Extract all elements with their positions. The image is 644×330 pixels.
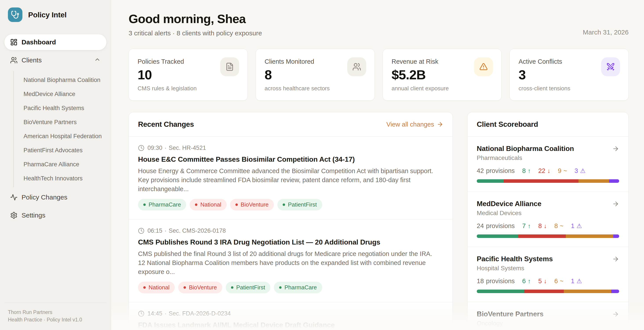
tag-label: PharmaCare	[148, 201, 181, 208]
tilde-icon: ~	[560, 223, 563, 230]
recent-changes-panel: Recent Changes View all changes 09:30 · …	[128, 112, 453, 330]
tag-dot	[231, 286, 234, 289]
change-item[interactable]: 09:30 · Sec. HR-4521 House E&C Committee…	[129, 137, 452, 220]
sidebar-item-clients[interactable]: Clients	[4, 52, 106, 68]
tag-label: BioVenture	[241, 201, 268, 208]
sidebar-client-item[interactable]: National Biopharma Coalition	[24, 73, 106, 87]
change-item[interactable]: 14:45 · Sec. FDA-2026-D-0234 FDA Issues …	[129, 302, 452, 330]
dashboard-icon	[10, 38, 18, 46]
alert-triangle-icon	[474, 57, 493, 76]
alert-summary: 3 critical alerts · 8 clients with polic…	[128, 29, 262, 37]
stat-subtitle: across healthcare sectors	[265, 85, 366, 92]
client-tag: PatientFirst	[278, 199, 322, 211]
arrow-down-icon: ↓	[544, 278, 547, 285]
provisions-label: provisions	[486, 222, 515, 230]
conflict-count: 1⚠	[571, 222, 582, 230]
sidebar-client-item[interactable]: HealthTech Innovators	[24, 171, 106, 185]
client-sector: Hospital Systems	[477, 265, 619, 272]
change-description: House Energy & Commerce Committee advanc…	[138, 167, 435, 194]
sidebar-item-settings[interactable]: Settings	[4, 207, 106, 223]
unfavorable-count: 8↓	[538, 222, 547, 230]
arrow-down-icon: ↓	[544, 223, 547, 230]
sidebar-item-dashboard[interactable]: Dashboard	[4, 34, 106, 50]
sidebar-nav: Dashboard Clients National Biopharma Coa…	[4, 34, 106, 225]
provision-stats: 18 provisions 6↑ 5↓ 6~ 1⚠	[477, 278, 619, 285]
arrow-down-icon: ↓	[547, 167, 550, 174]
users-icon	[10, 56, 18, 64]
neutral-count: 6~	[554, 278, 564, 285]
client-name: National Biopharma Coalition	[477, 145, 574, 153]
sidebar-client-item[interactable]: PharmaCare Alliance	[24, 157, 106, 171]
arrow-up-icon: ↑	[528, 223, 531, 230]
nav-label: Dashboard	[22, 38, 56, 46]
client-tag: PatientFirst	[226, 282, 270, 293]
sidebar-client-item[interactable]: American Hospital Federation	[24, 129, 106, 143]
view-all-changes-link[interactable]: View all changes	[386, 121, 443, 128]
change-time: 14:45	[148, 310, 162, 317]
tag-label: National	[148, 284, 170, 291]
provisions-count: 42 provisions	[477, 167, 515, 174]
arrow-right-icon	[612, 145, 619, 152]
client-tag: PharmaCare	[138, 199, 186, 211]
tag-dot	[236, 203, 238, 206]
change-time: 06:15	[148, 227, 162, 234]
scoreboard-row[interactable]: Pacific Health Systems Hospital Systems …	[468, 247, 628, 302]
clock-icon	[138, 228, 144, 234]
client-sector: Oncology	[477, 320, 619, 327]
scoreboard-row[interactable]: MedDevice Alliance Medical Devices 24 pr…	[468, 192, 628, 247]
bar-segment-watch	[564, 290, 611, 293]
arrow-right-icon	[612, 200, 619, 207]
tag-dot	[184, 286, 186, 289]
client-name: MedDevice Alliance	[477, 200, 541, 208]
provision-breakdown-bar	[477, 179, 619, 183]
sidebar-client-list: National Biopharma CoalitionMedDevice Al…	[14, 71, 106, 187]
stat-card-policies-tracked: Policies Tracked 10 CMS rules & legislat…	[128, 49, 248, 101]
page-header: Good morning, Shea 3 critical alerts · 8…	[128, 12, 628, 37]
change-meta: 06:15 · Sec. CMS-2026-0178	[138, 227, 443, 234]
stat-card-clients-monitored: Clients Monitored 8 across healthcare se…	[256, 49, 375, 101]
change-meta: 14:45 · Sec. FDA-2026-D-0234	[138, 310, 443, 317]
stat-subtitle: annual client exposure	[392, 85, 493, 92]
bar-segment-conflict	[609, 179, 619, 183]
sidebar-client-item[interactable]: BioVenture Partners	[24, 115, 106, 129]
sidebar-client-item[interactable]: MedDevice Alliance	[24, 87, 106, 101]
client-scoreboard-panel: Client Scoreboard National Biopharma Coa…	[467, 112, 628, 330]
clock-icon	[138, 311, 144, 317]
stats-grid: Policies Tracked 10 CMS rules & legislat…	[128, 49, 628, 101]
panel-title: Recent Changes	[138, 120, 194, 129]
bar-segment-up	[477, 290, 524, 293]
client-tag: BioVenture	[230, 199, 274, 211]
client-tag: BioVenture	[178, 282, 222, 293]
client-name: Pacific Health Systems	[477, 255, 553, 263]
page-title: Good morning, Shea	[128, 12, 262, 26]
change-title: CMS Publishes Round 3 IRA Drug Negotiati…	[138, 238, 443, 246]
tag-dot	[279, 286, 282, 289]
sidebar-client-item[interactable]: Pacific Health Systems	[24, 101, 106, 115]
provisions-number: 42	[477, 167, 484, 174]
content-grid: Recent Changes View all changes 09:30 · …	[128, 112, 628, 330]
stat-card-revenue-at-risk: Revenue at Risk $5.2B annual client expo…	[383, 49, 502, 101]
tag-label: PharmaCare	[284, 284, 317, 291]
warning-icon: ⚠	[580, 167, 586, 174]
sidebar-item-policy-changes[interactable]: Policy Changes	[4, 189, 106, 205]
scoreboard-row[interactable]: National Biopharma Coalition Pharmaceuti…	[468, 137, 628, 192]
chevron-up-icon	[94, 56, 101, 64]
app-title: Policy Intel	[28, 10, 66, 19]
stat-subtitle: CMS rules & legislation	[138, 85, 239, 92]
nav-label: Policy Changes	[22, 194, 67, 201]
provisions-count: 18 provisions	[477, 278, 515, 285]
scoreboard-header: Client Scoreboard	[468, 112, 628, 137]
sidebar-client-item[interactable]: PatientFirst Advocates	[24, 143, 106, 157]
client-name: BioVenture Partners	[477, 310, 544, 318]
warning-icon: ⚠	[576, 278, 582, 285]
main-content: Good morning, Shea 3 critical alerts · 8…	[111, 0, 644, 330]
meta-separator: ·	[165, 227, 166, 234]
activity-icon	[10, 194, 18, 201]
gear-icon	[10, 212, 18, 219]
provisions-number: 18	[477, 278, 484, 285]
conflict-count: 3⚠	[574, 167, 586, 174]
scoreboard-row[interactable]: BioVenture Partners Oncology 28 provisio…	[468, 302, 628, 330]
client-tag-row: PharmaCare National BioVenture PatientFi…	[138, 199, 443, 211]
tag-dot	[283, 203, 285, 206]
change-item[interactable]: 06:15 · Sec. CMS-2026-0178 CMS Publishes…	[129, 220, 452, 302]
